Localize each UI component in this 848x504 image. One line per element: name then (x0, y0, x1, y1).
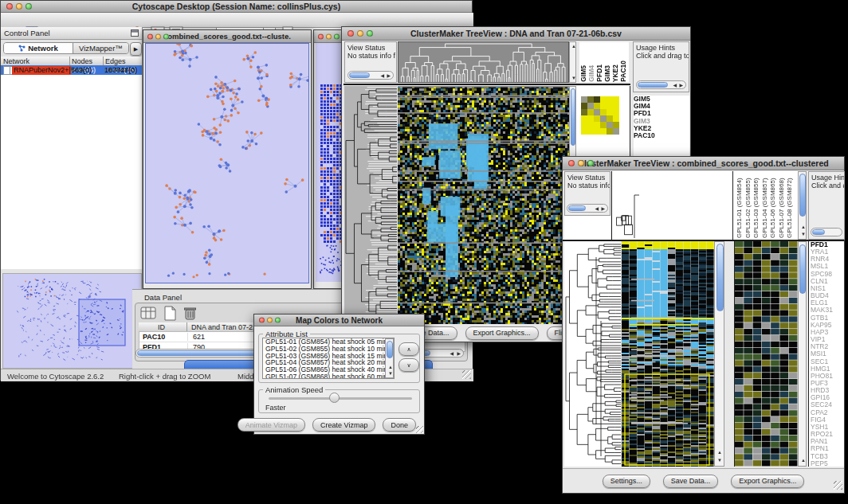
tv2-status-scrollbar[interactable]: ◀▶ (567, 204, 608, 213)
tv1-export-graphics-button[interactable]: Export Graphics... (465, 326, 539, 340)
speed-slider-track[interactable] (269, 397, 412, 400)
tv2-column-label: GPL51-06 (GSM865) (769, 173, 778, 238)
network-table-empty (1, 105, 142, 269)
minimize-icon[interactable] (357, 30, 363, 37)
close-icon[interactable] (147, 33, 153, 39)
usage-hints-title: Usage Hints (809, 172, 844, 182)
minimize-icon[interactable] (578, 160, 584, 166)
attribute-list-scrollbar[interactable]: ▲▼ (385, 338, 394, 378)
attribute-list-group: Attribute List GPL51-01 (GSM854) heat sh… (258, 334, 420, 383)
tv2-bottom-bar: Settings... Save Data... Export Graphics… (563, 468, 844, 493)
status-welcome: Welcome to Cytoscape 2.6.2 (7, 372, 104, 381)
tv2-collabel-scrollbar[interactable]: ▲▼ (798, 171, 807, 240)
tab-network-label: Network (28, 44, 57, 53)
minimize-icon[interactable] (155, 33, 161, 39)
tv1-gene-label[interactable]: PAC10 (634, 132, 689, 139)
close-icon[interactable] (259, 318, 265, 323)
matrix-cell (613, 128, 619, 135)
matrix-cell (613, 122, 619, 128)
attribute-listbox[interactable]: GPL51-01 (GSM854) heat shock 05 minGPL51… (262, 338, 395, 379)
attribute-list-item[interactable]: GPL51-07 (GSM868) heat shock 60 min (263, 373, 394, 379)
resize-grip[interactable] (834, 481, 842, 490)
tv2-row-dendrogram[interactable] (564, 241, 621, 467)
control-panel: Control Panel Network VizMapper™ ▶ Netwo… (1, 27, 143, 369)
close-icon[interactable] (568, 160, 575, 166)
delete-attribute-icon[interactable] (182, 306, 199, 321)
view-status-title: View Status (345, 42, 396, 52)
done-button[interactable]: Done (383, 418, 416, 432)
tv2-hints-scrollbar[interactable] (811, 228, 842, 236)
tv1-heatmap[interactable] (398, 86, 569, 324)
network-canvas-1[interactable] (145, 43, 309, 283)
birdseye-view[interactable] (2, 273, 142, 369)
matrix-cell (600, 109, 607, 115)
zoom-window-icon[interactable] (587, 160, 594, 166)
network-table-row[interactable]: RNAPuberNov2+|563(0)107847(0) (1, 65, 142, 75)
tv1-column-label: PFD1 (595, 64, 603, 82)
network-nodes: 563(0) (71, 66, 104, 74)
tv2-column-dendrogram[interactable] (611, 171, 732, 240)
matrix-cell (600, 122, 607, 128)
animate-vizmap-button[interactable]: Animate Vizmap (238, 418, 305, 432)
tv1-status-scrollbar[interactable]: ◀▶ (347, 71, 394, 80)
create-vizmap-button[interactable]: Create Vizmap (312, 418, 375, 432)
close-icon[interactable] (318, 33, 324, 39)
faster-label: Faster (263, 404, 410, 412)
matrix-cell (607, 103, 613, 109)
minimize-icon[interactable] (16, 3, 22, 10)
main-titlebar[interactable]: Cytoscape Desktop (Session Name: collins… (1, 1, 472, 13)
tv2-heatmap[interactable] (622, 241, 714, 467)
zoom-window-icon[interactable] (275, 318, 281, 323)
matrix-cell (594, 115, 600, 122)
speed-slider-thumb[interactable] (329, 393, 340, 403)
tv1-hints-scrollbar[interactable]: ◀▶ (636, 80, 686, 89)
tv2-sub-heatmap[interactable] (734, 241, 798, 467)
view-status-text: No status info f (345, 52, 396, 60)
tv1-column-dendrogram[interactable] (398, 41, 569, 83)
minimize-icon[interactable] (326, 33, 332, 39)
tv2-vscrollbar[interactable]: ▲▼ (714, 241, 724, 467)
tv1-row-dendrogram[interactable] (344, 86, 397, 324)
close-icon[interactable] (6, 3, 13, 10)
network-tab-icon (18, 45, 26, 52)
move-up-button[interactable]: ∧ (398, 342, 419, 356)
doc-icon (3, 66, 10, 75)
matrix-cell (587, 122, 594, 128)
resize-grip[interactable] (462, 370, 471, 379)
tv2-export-graphics-button[interactable]: Export Graphics... (731, 475, 804, 488)
zoom-window-icon[interactable] (26, 3, 32, 10)
tv1-top-scrollbar[interactable]: ▲▼ (569, 41, 576, 83)
tv1-correlation-matrix[interactable] (581, 96, 619, 135)
matrix-cell (594, 103, 600, 109)
tv2-settings-button[interactable]: Settings... (603, 475, 650, 488)
matrix-cell (581, 122, 587, 128)
new-attribute-icon[interactable] (161, 306, 179, 321)
tv2-save-data-button[interactable]: Save Data... (663, 475, 719, 488)
zoom-window-icon[interactable] (334, 33, 340, 39)
tv2-gene-label[interactable]: PEP5 (811, 460, 844, 467)
tv1-column-label: GIM5 (579, 65, 587, 82)
treeview2-title: ClusterMaker TreeView : combined_scores_… (578, 158, 828, 168)
move-down-button[interactable]: ∨ (398, 358, 419, 372)
resize-grip[interactable] (416, 426, 423, 433)
tab-network[interactable]: Network (4, 43, 73, 53)
tv1-column-label: PAC10 (619, 61, 627, 82)
tv2-column-label: GPL51-03 (GSM856) (752, 173, 761, 238)
matrix-cell (600, 115, 607, 122)
tv2-view-status-panel: View Status No status info ◀▶ (564, 171, 610, 216)
matrix-cell (600, 103, 607, 109)
float-panel-icon[interactable] (131, 29, 139, 37)
minimize-icon[interactable] (267, 318, 273, 323)
zoom-window-icon[interactable] (367, 30, 373, 37)
tv2-column-label: GPL51-07 (GSM868) (778, 173, 787, 238)
tabs-overflow-button[interactable]: ▶ (130, 42, 142, 56)
tab-vizmapper[interactable]: VizMapper™ (73, 43, 128, 53)
view-status-text: No status info (565, 182, 610, 189)
zoom-window-icon[interactable] (163, 33, 169, 39)
view-status-title: View Status (565, 172, 610, 182)
tv2-collabel-cell: GPL51-01 (GSM854)GPL51-02 (GSM855)GPL51-… (732, 171, 798, 240)
control-panel-tabs: Network VizMapper™ (3, 42, 129, 54)
attribute-select-icon[interactable] (140, 306, 158, 321)
close-icon[interactable] (347, 30, 354, 37)
tv2-gene-scrollbar[interactable]: ▲ (798, 241, 807, 467)
